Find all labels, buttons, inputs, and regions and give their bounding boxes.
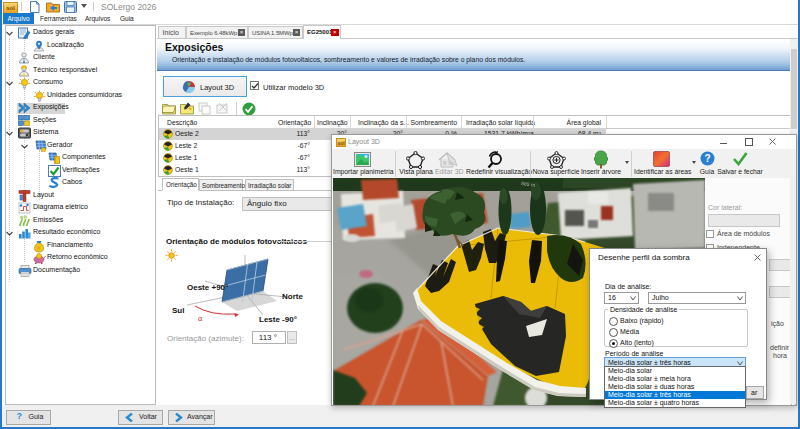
svg-text:Sul: Sul <box>172 306 184 315</box>
svg-text:Norte: Norte <box>282 292 303 301</box>
svg-text:Oeste +90°: Oeste +90° <box>187 283 228 292</box>
svg-text:?: ? <box>704 153 710 164</box>
svg-text:Leste -90°: Leste -90° <box>259 315 297 324</box>
svg-text:α: α <box>198 314 203 323</box>
